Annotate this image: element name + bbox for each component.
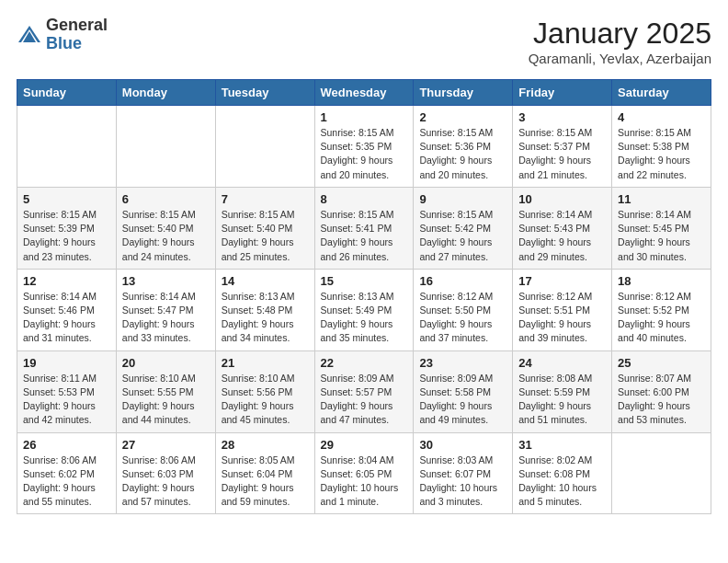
day-info: Sunrise: 8:02 AM Sunset: 6:08 PM Dayligh… bbox=[518, 454, 606, 510]
calendar-header-row: SundayMondayTuesdayWednesdayThursdayFrid… bbox=[17, 80, 711, 106]
col-header-thursday: Thursday bbox=[414, 80, 513, 106]
calendar-cell: 22Sunrise: 8:09 AM Sunset: 5:57 PM Dayli… bbox=[314, 350, 414, 432]
day-info: Sunrise: 8:15 AM Sunset: 5:36 PM Dayligh… bbox=[419, 126, 506, 182]
day-info: Sunrise: 8:05 AM Sunset: 6:04 PM Dayligh… bbox=[222, 454, 309, 510]
day-number: 10 bbox=[518, 192, 606, 206]
day-number: 1 bbox=[321, 110, 408, 124]
calendar-cell: 3Sunrise: 8:15 AM Sunset: 5:37 PM Daylig… bbox=[513, 106, 612, 188]
calendar-cell bbox=[215, 106, 314, 188]
day-number: 23 bbox=[419, 356, 506, 370]
logo-blue-text: Blue bbox=[46, 35, 108, 53]
calendar-cell: 31Sunrise: 8:02 AM Sunset: 6:08 PM Dayli… bbox=[513, 432, 612, 514]
page-title: January 2025 bbox=[529, 17, 711, 51]
day-number: 26 bbox=[23, 438, 110, 452]
day-number: 16 bbox=[419, 274, 506, 288]
calendar-cell: 5Sunrise: 8:15 AM Sunset: 5:39 PM Daylig… bbox=[17, 187, 117, 269]
calendar-week-row: 12Sunrise: 8:14 AM Sunset: 5:46 PM Dayli… bbox=[17, 269, 711, 350]
day-info: Sunrise: 8:14 AM Sunset: 5:46 PM Dayligh… bbox=[23, 290, 110, 346]
calendar-cell: 15Sunrise: 8:13 AM Sunset: 5:49 PM Dayli… bbox=[314, 269, 414, 350]
calendar-cell: 4Sunrise: 8:15 AM Sunset: 5:38 PM Daylig… bbox=[612, 106, 711, 188]
day-info: Sunrise: 8:13 AM Sunset: 5:48 PM Dayligh… bbox=[222, 290, 309, 346]
day-info: Sunrise: 8:06 AM Sunset: 6:02 PM Dayligh… bbox=[23, 454, 110, 510]
calendar-cell: 24Sunrise: 8:08 AM Sunset: 5:59 PM Dayli… bbox=[513, 350, 612, 432]
calendar-cell: 13Sunrise: 8:14 AM Sunset: 5:47 PM Dayli… bbox=[116, 269, 215, 350]
day-number: 5 bbox=[23, 192, 110, 206]
day-number: 18 bbox=[618, 274, 705, 288]
title-section: January 2025 Qaramanli, Yevlax, Azerbaij… bbox=[529, 17, 711, 66]
day-info: Sunrise: 8:06 AM Sunset: 6:03 PM Dayligh… bbox=[122, 454, 210, 510]
day-info: Sunrise: 8:03 AM Sunset: 6:07 PM Dayligh… bbox=[419, 454, 506, 510]
calendar-cell: 2Sunrise: 8:15 AM Sunset: 5:36 PM Daylig… bbox=[414, 106, 513, 188]
day-number: 20 bbox=[122, 356, 210, 370]
day-info: Sunrise: 8:10 AM Sunset: 5:56 PM Dayligh… bbox=[222, 372, 309, 428]
day-info: Sunrise: 8:09 AM Sunset: 5:58 PM Dayligh… bbox=[419, 372, 506, 428]
day-number: 2 bbox=[419, 110, 506, 124]
day-info: Sunrise: 8:15 AM Sunset: 5:37 PM Dayligh… bbox=[518, 126, 606, 182]
logo-text: General Blue bbox=[46, 17, 108, 53]
logo: General Blue bbox=[17, 17, 108, 53]
day-info: Sunrise: 8:15 AM Sunset: 5:40 PM Dayligh… bbox=[122, 208, 210, 264]
day-info: Sunrise: 8:11 AM Sunset: 5:53 PM Dayligh… bbox=[23, 372, 110, 428]
calendar-cell: 27Sunrise: 8:06 AM Sunset: 6:03 PM Dayli… bbox=[116, 432, 215, 514]
page-subtitle: Qaramanli, Yevlax, Azerbaijan bbox=[529, 51, 711, 66]
day-number: 21 bbox=[222, 356, 309, 370]
day-info: Sunrise: 8:14 AM Sunset: 5:43 PM Dayligh… bbox=[518, 208, 606, 264]
calendar-cell: 16Sunrise: 8:12 AM Sunset: 5:50 PM Dayli… bbox=[414, 269, 513, 350]
day-info: Sunrise: 8:12 AM Sunset: 5:52 PM Dayligh… bbox=[618, 290, 705, 346]
calendar-cell: 29Sunrise: 8:04 AM Sunset: 6:05 PM Dayli… bbox=[314, 432, 414, 514]
day-info: Sunrise: 8:13 AM Sunset: 5:49 PM Dayligh… bbox=[321, 290, 408, 346]
day-number: 28 bbox=[222, 438, 309, 452]
calendar-cell: 11Sunrise: 8:14 AM Sunset: 5:45 PM Dayli… bbox=[612, 187, 711, 269]
calendar-cell: 6Sunrise: 8:15 AM Sunset: 5:40 PM Daylig… bbox=[116, 187, 215, 269]
day-number: 6 bbox=[122, 192, 210, 206]
day-info: Sunrise: 8:07 AM Sunset: 6:00 PM Dayligh… bbox=[618, 372, 705, 428]
page-container: General Blue January 2025 Qaramanli, Yev… bbox=[0, 0, 728, 523]
calendar-cell bbox=[17, 106, 117, 188]
calendar-cell: 8Sunrise: 8:15 AM Sunset: 5:41 PM Daylig… bbox=[314, 187, 414, 269]
calendar-week-row: 19Sunrise: 8:11 AM Sunset: 5:53 PM Dayli… bbox=[17, 350, 711, 432]
calendar-cell: 28Sunrise: 8:05 AM Sunset: 6:04 PM Dayli… bbox=[215, 432, 314, 514]
header: General Blue January 2025 Qaramanli, Yev… bbox=[17, 17, 711, 66]
calendar-cell: 14Sunrise: 8:13 AM Sunset: 5:48 PM Dayli… bbox=[215, 269, 314, 350]
day-info: Sunrise: 8:15 AM Sunset: 5:41 PM Dayligh… bbox=[321, 208, 408, 264]
day-info: Sunrise: 8:09 AM Sunset: 5:57 PM Dayligh… bbox=[321, 372, 408, 428]
day-info: Sunrise: 8:14 AM Sunset: 5:45 PM Dayligh… bbox=[618, 208, 705, 264]
col-header-saturday: Saturday bbox=[612, 80, 711, 106]
calendar-week-row: 5Sunrise: 8:15 AM Sunset: 5:39 PM Daylig… bbox=[17, 187, 711, 269]
day-info: Sunrise: 8:15 AM Sunset: 5:40 PM Dayligh… bbox=[222, 208, 309, 264]
day-number: 24 bbox=[518, 356, 606, 370]
calendar-week-row: 1Sunrise: 8:15 AM Sunset: 5:35 PM Daylig… bbox=[17, 106, 711, 188]
col-header-tuesday: Tuesday bbox=[215, 80, 314, 106]
day-number: 17 bbox=[518, 274, 606, 288]
day-info: Sunrise: 8:15 AM Sunset: 5:39 PM Dayligh… bbox=[23, 208, 110, 264]
day-number: 11 bbox=[618, 192, 705, 206]
calendar-cell: 18Sunrise: 8:12 AM Sunset: 5:52 PM Dayli… bbox=[612, 269, 711, 350]
day-number: 12 bbox=[23, 274, 110, 288]
calendar-cell bbox=[612, 432, 711, 514]
day-info: Sunrise: 8:08 AM Sunset: 5:59 PM Dayligh… bbox=[518, 372, 606, 428]
day-number: 4 bbox=[618, 110, 705, 124]
day-info: Sunrise: 8:04 AM Sunset: 6:05 PM Dayligh… bbox=[321, 454, 408, 510]
day-info: Sunrise: 8:12 AM Sunset: 5:50 PM Dayligh… bbox=[419, 290, 506, 346]
calendar-cell: 30Sunrise: 8:03 AM Sunset: 6:07 PM Dayli… bbox=[414, 432, 513, 514]
day-number: 13 bbox=[122, 274, 210, 288]
day-number: 27 bbox=[122, 438, 210, 452]
day-number: 15 bbox=[321, 274, 408, 288]
logo-general-text: General bbox=[46, 17, 108, 35]
calendar-table: SundayMondayTuesdayWednesdayThursdayFrid… bbox=[17, 79, 711, 514]
day-info: Sunrise: 8:12 AM Sunset: 5:51 PM Dayligh… bbox=[518, 290, 606, 346]
day-number: 14 bbox=[222, 274, 309, 288]
day-number: 31 bbox=[518, 438, 606, 452]
col-header-sunday: Sunday bbox=[17, 80, 117, 106]
day-number: 29 bbox=[321, 438, 408, 452]
calendar-cell: 23Sunrise: 8:09 AM Sunset: 5:58 PM Dayli… bbox=[414, 350, 513, 432]
day-number: 25 bbox=[618, 356, 705, 370]
col-header-wednesday: Wednesday bbox=[314, 80, 414, 106]
calendar-cell: 26Sunrise: 8:06 AM Sunset: 6:02 PM Dayli… bbox=[17, 432, 117, 514]
calendar-cell: 17Sunrise: 8:12 AM Sunset: 5:51 PM Dayli… bbox=[513, 269, 612, 350]
calendar-cell: 9Sunrise: 8:15 AM Sunset: 5:42 PM Daylig… bbox=[414, 187, 513, 269]
day-info: Sunrise: 8:15 AM Sunset: 5:38 PM Dayligh… bbox=[618, 126, 705, 182]
day-info: Sunrise: 8:10 AM Sunset: 5:55 PM Dayligh… bbox=[122, 372, 210, 428]
calendar-cell: 7Sunrise: 8:15 AM Sunset: 5:40 PM Daylig… bbox=[215, 187, 314, 269]
day-info: Sunrise: 8:14 AM Sunset: 5:47 PM Dayligh… bbox=[122, 290, 210, 346]
